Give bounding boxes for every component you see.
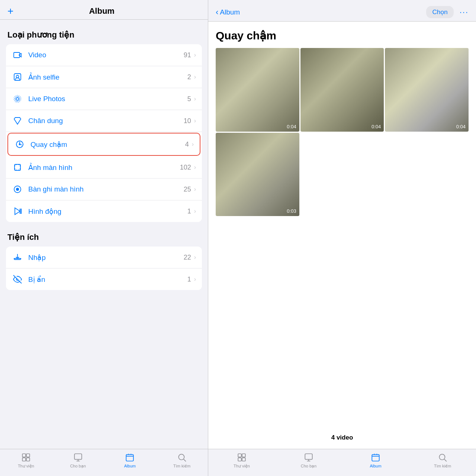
livephoto-icon (12, 93, 23, 104)
svg-point-3 (16, 98, 19, 100)
tab-library-label-left: Thư viện (18, 464, 34, 469)
menu-item-animated[interactable]: Hình động 1 › (6, 200, 202, 222)
screenshot-label: Ảnh màn hình (28, 163, 180, 172)
photo-thumb-4[interactable]: 0:03 (216, 133, 299, 216)
hidden-count: 1 (187, 276, 191, 283)
library-tab-icon-right (237, 452, 247, 463)
livephotos-label: Live Photos (28, 95, 187, 103)
svg-rect-37 (305, 454, 312, 459)
screenshot-chevron: › (194, 164, 196, 171)
right-content: Quay chậm 0:04 0:04 0:04 0:03 (208, 22, 476, 423)
hidden-chevron: › (194, 276, 196, 283)
tab-search-left[interactable]: Tìm kiếm (156, 452, 208, 469)
tab-library-label-right: Thư viện (234, 464, 250, 469)
tab-foryou-left[interactable]: Cho bạn (52, 452, 104, 469)
svg-rect-26 (26, 458, 30, 461)
import-chevron: › (194, 254, 196, 261)
menu-item-slowmo[interactable]: Quay chậm 4 › (7, 133, 200, 156)
livephotos-chevron: › (194, 96, 196, 102)
menu-item-hidden[interactable]: Bị ẩn 1 › (6, 268, 202, 290)
screenshot-count: 102 (180, 164, 191, 171)
svg-rect-33 (238, 454, 241, 457)
right-panel: ‹ Album Chọn ··· Quay chậm 0:04 0:04 0:0… (208, 0, 476, 476)
svg-line-32 (184, 459, 186, 461)
tab-search-label-right: Tìm kiếm (434, 464, 451, 469)
menu-item-import[interactable]: Nhập 22 › (6, 247, 202, 268)
back-chevron-icon: ‹ (216, 7, 218, 17)
svg-line-16 (17, 147, 17, 147)
animated-count: 1 (187, 208, 191, 215)
svg-line-14 (17, 142, 17, 142)
tab-library-right[interactable]: Thư viện (208, 452, 275, 469)
photo-thumb-2[interactable]: 0:04 (300, 48, 384, 132)
video-count: 91 (184, 51, 191, 59)
import-label: Nhập (28, 253, 184, 262)
more-button[interactable]: ··· (460, 7, 469, 17)
tab-search-label-left: Tìm kiếm (173, 464, 190, 469)
menu-item-screenrecord[interactable]: Bàn ghi màn hình 25 › (6, 178, 202, 200)
left-panel: + Album Loại phương tiện Video 91 › (0, 0, 208, 476)
menu-item-video[interactable]: Video 91 › (6, 44, 202, 66)
svg-marker-21 (15, 208, 20, 215)
tab-library-left[interactable]: Thư viện (0, 452, 52, 469)
photo-thumb-3[interactable]: 0:04 (385, 48, 469, 132)
svg-line-17 (21, 147, 22, 147)
screenrecord-chevron: › (194, 186, 196, 193)
svg-point-41 (439, 454, 445, 460)
tab-search-right[interactable]: Tìm kiếm (409, 452, 476, 469)
screenrecord-count: 25 (184, 186, 191, 193)
screenshot-icon (12, 162, 23, 173)
svg-point-4 (15, 97, 20, 102)
svg-rect-28 (126, 454, 134, 461)
search-tab-icon-left (177, 452, 187, 463)
add-album-button[interactable]: + (7, 6, 13, 16)
menu-item-screenshot[interactable]: Ảnh màn hình 102 › (6, 157, 202, 178)
album-tab-icon-left (125, 452, 135, 463)
left-header: + Album (0, 0, 208, 20)
right-tabbar: Thư viện Cho bạn (208, 449, 476, 476)
page-title: Quay chậm (216, 29, 469, 42)
svg-rect-18 (15, 164, 20, 170)
svg-rect-38 (372, 454, 379, 461)
svg-rect-25 (22, 458, 26, 461)
tab-album-left[interactable]: Album (104, 452, 156, 469)
section-title-utilities: Tiện ích (0, 229, 208, 247)
video-total-count: 4 video (208, 427, 476, 449)
left-panel-title: Album (13, 6, 190, 16)
selfie-chevron: › (194, 74, 196, 80)
choose-button[interactable]: Chọn (426, 6, 453, 18)
menu-item-selfie[interactable]: Ảnh selfie 2 › (6, 66, 202, 88)
media-types-list: Video 91 › Ảnh selfie 2 › (6, 44, 202, 222)
photo-thumb-1[interactable]: 0:04 (216, 48, 299, 132)
selfie-count: 2 (187, 73, 191, 81)
photo-grid: 0:04 0:04 0:04 0:03 (216, 48, 469, 216)
svg-point-20 (16, 188, 19, 191)
animated-icon (12, 206, 23, 217)
slowmo-count: 4 (185, 141, 189, 148)
tab-foryou-right[interactable]: Cho bạn (275, 452, 342, 469)
hidden-icon (12, 274, 23, 285)
menu-item-livephotos[interactable]: Live Photos 5 › (6, 88, 202, 110)
video-chevron: › (194, 52, 196, 58)
svg-rect-23 (22, 454, 26, 457)
svg-rect-34 (242, 454, 245, 457)
svg-rect-35 (238, 458, 241, 461)
portrait-count: 10 (184, 117, 191, 125)
right-header-actions: Chọn ··· (426, 6, 469, 18)
photo-bg-3 (385, 48, 469, 132)
section-title-media: Loại phương tiện (0, 27, 208, 44)
foryou-tab-icon (73, 452, 83, 463)
search-tab-icon-right (437, 452, 448, 463)
left-content: Loại phương tiện Video 91 › (0, 20, 208, 449)
album-tab-icon-right (370, 452, 381, 463)
menu-item-portrait[interactable]: Chân dung 10 › (6, 110, 202, 132)
back-button[interactable]: ‹ Album (216, 7, 240, 17)
tab-album-right[interactable]: Album (342, 452, 409, 469)
import-icon (12, 252, 23, 263)
video-icon (12, 49, 23, 61)
import-count: 22 (184, 254, 191, 261)
screenrecord-icon (12, 184, 23, 195)
selfie-icon (12, 71, 23, 83)
library-tab-icon (21, 452, 31, 463)
svg-point-31 (178, 454, 184, 460)
